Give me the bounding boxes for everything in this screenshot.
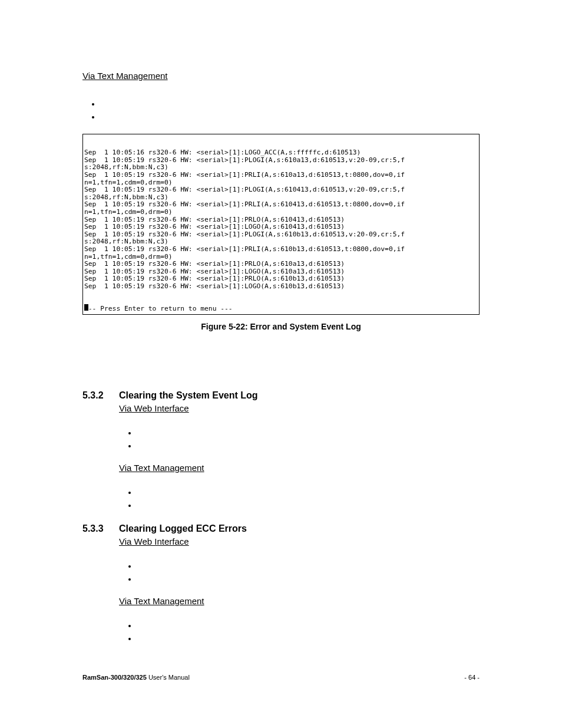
document-page: Via Text Management Sep 1 10:05:16 rs320… xyxy=(0,0,562,728)
section-top: Via Text Management Sep 1 10:05:16 rs320… xyxy=(82,71,480,331)
page-footer: RamSan-300/320/325 User's Manual - 64 - xyxy=(82,674,480,681)
section-number: 5.3.2 xyxy=(82,390,119,401)
bullet-item xyxy=(137,426,480,439)
bullet-item xyxy=(100,97,480,110)
bullet-item xyxy=(137,572,480,585)
section-title: Clearing Logged ECC Errors xyxy=(119,523,247,534)
bullet-list xyxy=(100,97,480,123)
bullet-list xyxy=(137,559,480,585)
log-text: Sep 1 10:05:16 rs320-6 HW: <serial>[1]:L… xyxy=(83,149,479,312)
cursor-icon xyxy=(84,304,88,311)
section-content: Via Web Interface Via Text Management xyxy=(119,403,480,512)
bullet-item xyxy=(137,632,480,645)
section-532: 5.3.2 Clearing the System Event Log Via … xyxy=(82,390,480,512)
via-web-heading: Via Web Interface xyxy=(119,403,480,413)
via-text-heading: Via Text Management xyxy=(119,596,480,606)
footer-product: RamSan-300/320/325 xyxy=(82,674,147,681)
section-heading-row: 5.3.2 Clearing the System Event Log xyxy=(82,390,480,401)
section-title: Clearing the System Event Log xyxy=(119,390,258,401)
footer-page-number: - 64 - xyxy=(464,674,480,681)
via-text-heading: Via Text Management xyxy=(119,463,480,473)
bullet-list xyxy=(137,619,480,645)
footer-left: RamSan-300/320/325 User's Manual xyxy=(82,674,190,681)
bullet-item xyxy=(137,619,480,632)
bullet-item xyxy=(137,486,480,499)
via-text-heading: Via Text Management xyxy=(82,71,480,81)
bullet-item xyxy=(137,499,480,512)
section-533: 5.3.3 Clearing Logged ECC Errors Via Web… xyxy=(82,523,480,645)
footer-manual-label: User's Manual xyxy=(147,674,190,681)
section-heading-row: 5.3.3 Clearing Logged ECC Errors xyxy=(82,523,480,534)
bullet-list xyxy=(137,426,480,452)
figure-caption: Figure 5-22: Error and System Event Log xyxy=(82,322,480,331)
section-content: Via Web Interface Via Text Management xyxy=(119,536,480,645)
bullet-item xyxy=(137,439,480,452)
bullet-item xyxy=(100,110,480,123)
log-output-box: Sep 1 10:05:16 rs320-6 HW: <serial>[1]:L… xyxy=(82,134,480,315)
bullet-item xyxy=(137,559,480,572)
section-number: 5.3.3 xyxy=(82,523,119,534)
via-web-heading: Via Web Interface xyxy=(119,536,480,546)
bullet-list xyxy=(137,486,480,512)
